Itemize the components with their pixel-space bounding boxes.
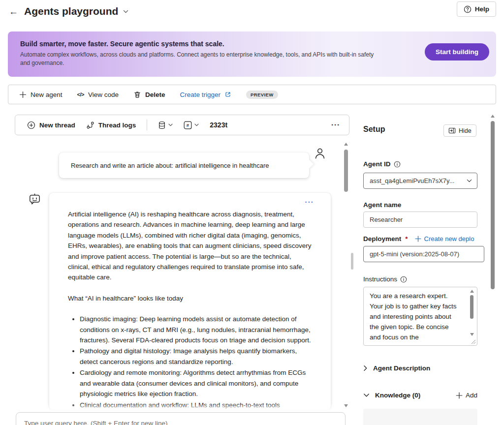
- chat-query-input[interactable]: [16, 412, 346, 425]
- deployment-value: gpt-5-mini (version:2025-08-07): [370, 250, 479, 258]
- knowledge-label[interactable]: Knowledge (0): [375, 392, 420, 399]
- page-header: ← Agents playground: [8, 3, 128, 20]
- help-button[interactable]: Help: [457, 1, 496, 17]
- scroll-up-arrow-icon[interactable]: [491, 115, 495, 118]
- instructions-scrollbar[interactable]: [469, 289, 475, 336]
- trash-icon: [133, 91, 141, 98]
- agent-description-label: Agent Description: [373, 364, 430, 372]
- new-thread-button[interactable]: New thread: [27, 121, 75, 129]
- assistant-intro-paragraph: Artificial intelligence (AI) is reshapin…: [68, 209, 314, 283]
- open-external-icon: [224, 91, 231, 98]
- assistant-bot-icon: [28, 193, 42, 207]
- instructions-scrollbar-thumb[interactable]: [470, 295, 473, 319]
- back-button[interactable]: ←: [8, 6, 19, 17]
- agent-toolbar: New agent </> View code Delete Create tr…: [8, 85, 496, 104]
- user-message-text: Research and write an article about: art…: [71, 162, 269, 169]
- bullet-item: Cardiology and remote monitoring: Algori…: [80, 367, 314, 399]
- chat-scrollbar-thumb[interactable]: [344, 150, 348, 192]
- scroll-down-arrow-icon[interactable]: [470, 333, 474, 336]
- user-message-bubble: Research and write an article about: art…: [59, 152, 309, 178]
- hide-label: Hide: [459, 127, 472, 134]
- assistant-bullet-list: Diagnostic imaging: Deep learning models…: [68, 314, 314, 410]
- setup-scrollbar-thumb[interactable]: [491, 121, 495, 289]
- database-icon: [158, 121, 166, 129]
- create-new-deployment-link[interactable]: Create new deplo: [415, 235, 474, 243]
- bullet-item: Clinical documentation and workflow: LLM…: [80, 400, 314, 410]
- agent-description-section-toggle[interactable]: Agent Description: [363, 364, 477, 372]
- plus-icon: [415, 236, 421, 242]
- deployment-label-row: Deployment* Create new deplo: [363, 235, 484, 243]
- agent-name-input[interactable]: Researcher: [363, 212, 477, 228]
- create-trigger-link[interactable]: Create trigger: [180, 91, 232, 98]
- data-source-dropdown[interactable]: [158, 121, 173, 129]
- chat-scrollbar[interactable]: [344, 142, 348, 408]
- code-icon: </>: [77, 91, 84, 97]
- plus-icon: [456, 392, 463, 399]
- new-agent-label: New agent: [31, 91, 63, 98]
- agent-id-select[interactable]: asst_qa4gLemiPvuEh7sX7y...: [363, 173, 477, 189]
- info-icon[interactable]: [394, 161, 401, 168]
- thread-toolbar: New thread Thread logs # 2323t ···: [15, 115, 349, 135]
- agent-name-value: Researcher: [370, 216, 403, 223]
- new-agent-button[interactable]: New agent: [19, 91, 63, 98]
- chevron-down-icon[interactable]: [363, 393, 370, 397]
- knowledge-add-button[interactable]: Add: [456, 392, 477, 399]
- page-title: Agents playground: [24, 5, 118, 17]
- hash-badge-icon: #: [184, 121, 192, 129]
- view-code-button[interactable]: </> View code: [77, 91, 119, 98]
- thread-id-value: 2323t: [210, 121, 227, 129]
- setup-panel-title: Setup: [363, 125, 385, 134]
- toolbar-divider: [147, 120, 147, 130]
- scroll-up-arrow-icon[interactable]: [344, 143, 348, 146]
- agent-id-label: Agent ID: [363, 160, 391, 168]
- panel-collapse-icon: [448, 127, 456, 134]
- info-icon[interactable]: [400, 276, 407, 283]
- knowledge-empty-box: [363, 409, 477, 425]
- deployment-select[interactable]: gpt-5-mini (version:2025-08-07): [363, 246, 484, 262]
- bubble-tail: [304, 159, 313, 168]
- chevron-down-icon: [194, 123, 199, 126]
- chevron-right-icon: [363, 365, 368, 371]
- hide-panel-button[interactable]: Hide: [443, 124, 476, 137]
- delete-button[interactable]: Delete: [133, 91, 165, 98]
- resize-grip-icon[interactable]: [471, 339, 476, 344]
- svg-text:#: #: [187, 122, 189, 128]
- agents-playground-page: ← Agents playground Help Build smarter, …: [0, 0, 504, 425]
- assistant-message-bubble: ··· Artificial intelligence (AI) is resh…: [49, 193, 331, 410]
- help-icon: [464, 5, 472, 13]
- agent-name-label-row: Agent name: [363, 201, 401, 209]
- bubble-tail: [49, 202, 54, 211]
- instructions-value: You are a research expert. Your job is t…: [370, 291, 460, 345]
- add-circle-icon: [27, 121, 35, 129]
- user-avatar-icon: [314, 147, 326, 160]
- bullet-item: Pathology and digital histology: Image a…: [80, 346, 314, 367]
- agent-id-value: asst_qa4gLemiPvuEh7sX7y...: [370, 177, 467, 184]
- thread-logs-label: Thread logs: [98, 121, 136, 129]
- deployment-label: Deployment: [363, 235, 401, 243]
- thread-logs-button[interactable]: Thread logs: [86, 121, 136, 129]
- assistant-section-heading: What “AI in healthcare” looks like today: [68, 293, 314, 304]
- delete-label: Delete: [145, 91, 165, 98]
- start-building-button[interactable]: Start building: [425, 43, 489, 61]
- instructions-textarea[interactable]: You are a research expert. Your job is t…: [363, 287, 477, 346]
- chevron-down-icon: [168, 123, 173, 126]
- help-label: Help: [475, 5, 489, 13]
- scroll-up-arrow-icon[interactable]: [470, 290, 474, 293]
- title-dropdown-chevron-icon[interactable]: [123, 10, 128, 13]
- panel-resize-handle[interactable]: [351, 253, 353, 270]
- view-code-label: View code: [88, 91, 119, 98]
- thread-more-button[interactable]: ···: [331, 122, 340, 127]
- thread-id-dropdown[interactable]: #: [184, 121, 199, 129]
- banner-subtitle: Automate complex workflows, across cloud…: [20, 51, 384, 67]
- chevron-down-icon: [467, 179, 472, 182]
- required-marker: *: [405, 235, 408, 243]
- message-more-button[interactable]: ···: [305, 199, 315, 206]
- promo-banner: Build smarter, move faster. Secure agent…: [8, 31, 496, 77]
- agent-name-label: Agent name: [363, 201, 401, 209]
- instructions-label-row: Instructions: [363, 275, 407, 283]
- setup-panel-scrollbar[interactable]: [490, 112, 496, 425]
- add-label: Add: [466, 392, 477, 399]
- scroll-down-arrow-icon[interactable]: [344, 404, 348, 407]
- knowledge-section-header: Knowledge (0) Add: [363, 392, 477, 399]
- thread-logs-icon: [86, 121, 94, 129]
